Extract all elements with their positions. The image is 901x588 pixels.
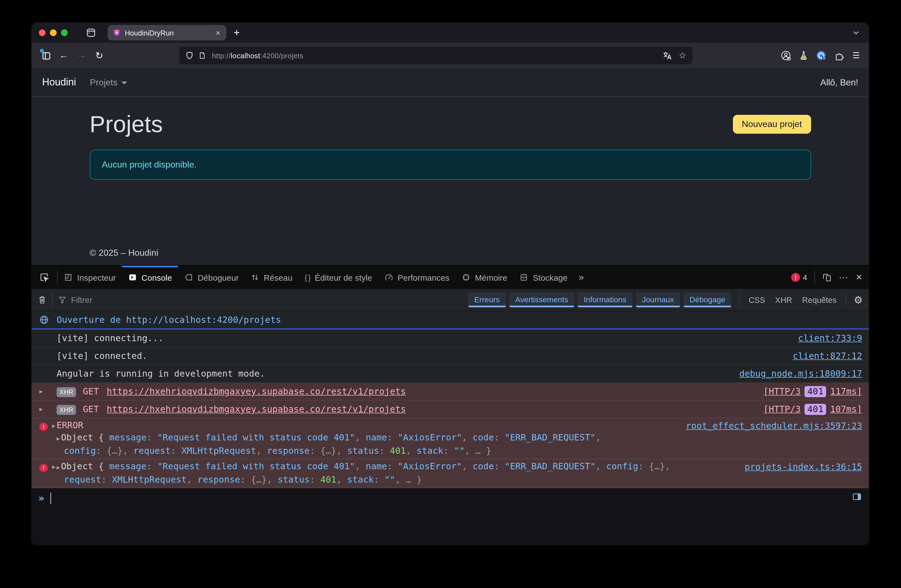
expand-arrow-icon[interactable]: ▶ <box>56 435 60 441</box>
password-manager-icon[interactable] <box>816 50 826 61</box>
tab-label: Réseau <box>264 273 292 282</box>
tab-label: Mémoire <box>475 273 507 282</box>
tab-editeur-de-style[interactable]: { } Éditeur de style <box>298 266 378 289</box>
tab-inspecteur[interactable]: Inspecteur <box>58 266 122 289</box>
split-console-icon[interactable] <box>852 492 862 501</box>
browser-tab[interactable]: HoudiniDryRun × <box>108 25 226 41</box>
more-tabs-icon[interactable]: » <box>574 266 589 289</box>
traffic-lights <box>39 30 68 36</box>
list-all-tabs-icon[interactable] <box>852 28 860 37</box>
close-window-button[interactable] <box>39 30 45 36</box>
caret-down-icon <box>122 81 127 84</box>
back-button[interactable]: ← <box>55 47 73 64</box>
new-tab-button[interactable]: + <box>234 27 240 39</box>
tab-console[interactable]: Console <box>122 266 178 289</box>
source-link[interactable]: debug_node.mjs:18009:17 <box>739 367 862 380</box>
browser-window: HoudiniDryRun × + ← → ↻ <box>32 23 869 545</box>
object-text-segment: : <box>387 461 398 471</box>
tab-label: Console <box>142 273 172 282</box>
console-prompt-icon: » <box>38 492 44 504</box>
filter-css[interactable]: CSS <box>749 295 765 304</box>
page-info-icon[interactable] <box>199 51 206 60</box>
object-text-segment: config <box>64 445 96 456</box>
console-row-network: ▶XHRGEThttps://hxehrioqvdizbmgaxyey.supa… <box>32 401 869 418</box>
console-settings-gear-icon[interactable]: ⚙ <box>854 294 863 306</box>
response-status-link[interactable]: [HTTP/3401107ms] <box>756 403 862 415</box>
expand-arrow-icon[interactable]: ▶ <box>52 420 56 432</box>
filter-informations[interactable]: Informations <box>578 292 633 307</box>
tab-strip: HoudiniDryRun × + <box>32 23 869 43</box>
expand-arrow-icon[interactable]: ▶ <box>39 385 43 398</box>
devtools-menu-icon[interactable]: ⋯ <box>839 271 849 283</box>
source-link[interactable]: projets-index.ts:36:15 <box>745 460 862 473</box>
tab-close-icon[interactable]: × <box>215 28 221 37</box>
request-url-link[interactable]: https://hxehrioqvdizbmgaxyey.supabase.co… <box>107 386 406 397</box>
tab-reseau[interactable]: Réseau <box>245 266 298 289</box>
funnel-icon <box>58 296 67 304</box>
object-text-segment: {…} <box>106 445 123 456</box>
tab-label: Débogueur <box>198 273 238 282</box>
request-url-link[interactable]: https://hxehrioqvdizbmgaxyey.supabase.co… <box>107 404 406 414</box>
bookmark-star-icon[interactable]: ☆ <box>679 50 686 61</box>
globe-icon <box>36 313 56 324</box>
object-text-segment: "ERR_BAD_REQUEST" <box>505 432 595 443</box>
expand-arrow-icon[interactable]: ▶ <box>56 464 60 470</box>
forward-button[interactable]: → <box>73 47 90 64</box>
filter-input[interactable] <box>71 295 193 304</box>
object-text-segment: "AxiosError" <box>398 432 462 443</box>
responsive-design-mode-icon[interactable] <box>822 273 832 282</box>
minimize-window-button[interactable] <box>50 30 56 36</box>
log-message: Angular is running in development mode. <box>36 367 731 380</box>
source-link[interactable]: client:733:9 <box>798 332 862 345</box>
error-count-badge[interactable]: ! 4 <box>791 273 807 282</box>
filter-debogage[interactable]: Débogage <box>683 292 731 307</box>
filter-requetes[interactable]: Requêtes <box>802 295 837 304</box>
tab-performances[interactable]: Performances <box>378 266 455 289</box>
response-status-link[interactable]: [HTTP/3401117ms] <box>756 385 862 398</box>
sidebar-icon[interactable] <box>37 47 55 64</box>
firefox-view-icon[interactable] <box>86 28 96 38</box>
console-row-log: Angular is running in development mode.d… <box>32 365 869 383</box>
new-project-button[interactable]: Nouveau projet <box>733 115 811 134</box>
zoom-window-button[interactable] <box>61 30 68 36</box>
reload-button[interactable]: ↻ <box>90 47 108 64</box>
tab-debogueur[interactable]: Débogueur <box>178 266 245 289</box>
nav-item-projets[interactable]: Projets <box>90 77 127 87</box>
tab-label: Inspecteur <box>77 273 116 282</box>
flask-extension-icon[interactable] <box>799 50 807 61</box>
console-toolbar: Erreurs Avertissements Informations Jour… <box>32 289 869 311</box>
object-text-segment: "ERR_BAD_REQUEST" <box>505 461 595 471</box>
filter-journaux[interactable]: Journaux <box>636 292 680 307</box>
account-icon[interactable] <box>780 50 791 61</box>
source-link[interactable]: root_effect_scheduler.mjs:3597:23 <box>686 420 862 432</box>
extensions-puzzle-icon[interactable] <box>835 51 844 60</box>
object-text-segment: , <box>355 461 366 471</box>
clear-console-icon[interactable] <box>38 295 47 304</box>
filter-avertissements[interactable]: Avertissements <box>509 292 574 307</box>
divider <box>52 293 53 306</box>
tab-stockage[interactable]: Stockage <box>513 266 574 289</box>
http-protocol: [HTTP/3 <box>764 404 801 414</box>
object-text-segment: , <box>267 474 277 485</box>
devtools-panel: Inspecteur Console <box>32 265 869 545</box>
source-link[interactable]: client:827:12 <box>793 349 862 362</box>
tab-memoire[interactable]: Mémoire <box>455 266 513 289</box>
http-protocol: [HTTP/3 <box>764 386 801 397</box>
filter-erreurs[interactable]: Erreurs <box>468 292 506 307</box>
object-text-segment: stack <box>347 474 374 485</box>
filter-xhr[interactable]: XHR <box>775 295 792 304</box>
object-text-segment: XMLHttpRequest <box>112 474 187 485</box>
expand-arrow-icon[interactable]: ▶ <box>39 403 43 415</box>
console-input-row[interactable]: » <box>32 488 869 545</box>
object-text-segment: request <box>133 445 171 456</box>
expand-arrow-icon[interactable]: ▶ <box>52 460 56 473</box>
site-brand[interactable]: Houdini <box>42 76 76 88</box>
menu-icon[interactable]: ☰ <box>853 50 860 61</box>
shield-icon[interactable] <box>185 51 193 60</box>
translate-icon[interactable] <box>662 51 672 60</box>
object-text-segment: {…} <box>649 461 665 471</box>
devtools-close-icon[interactable]: × <box>856 271 862 284</box>
pick-element-icon[interactable] <box>32 266 57 289</box>
object-text-segment: , <box>595 461 606 471</box>
url-bar[interactable]: http://localhost:4200/projets ☆ <box>179 47 692 64</box>
